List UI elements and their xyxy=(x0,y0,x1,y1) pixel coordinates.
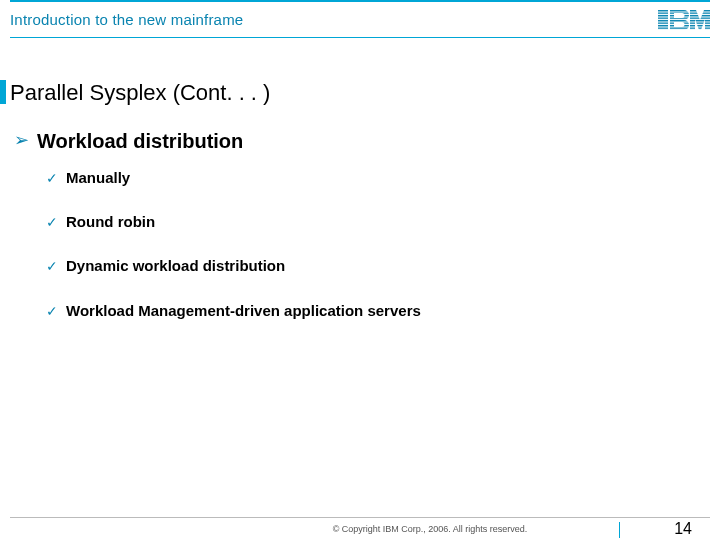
header-band: Introduction to the new mainframe xyxy=(10,0,710,38)
check-icon: ✓ xyxy=(46,169,58,187)
footer-separator xyxy=(619,522,620,538)
slide: Introduction to the new mainframe Parall… xyxy=(0,0,720,540)
ibm-logo-icon xyxy=(658,10,710,30)
heading-accent-bar xyxy=(0,80,6,104)
check-icon: ✓ xyxy=(46,257,58,275)
bullet-level2-text: Round robin xyxy=(66,213,155,230)
check-icon: ✓ xyxy=(46,213,58,231)
footer-rule xyxy=(10,517,710,518)
bullet-level2-text: Workload Management-driven application s… xyxy=(66,302,421,319)
slide-heading: Parallel Sysplex (Cont. . . ) xyxy=(10,80,270,106)
ibm-logo xyxy=(658,10,710,30)
arrow-icon: ➢ xyxy=(14,130,29,152)
copyright-text: © Copyright IBM Corp., 2006. All rights … xyxy=(0,524,720,534)
bullet-level2: ✓ Dynamic workload distribution xyxy=(46,257,700,275)
bullet-level2-text: Dynamic workload distribution xyxy=(66,257,285,274)
svg-rect-1 xyxy=(658,10,668,30)
presentation-title: Introduction to the new mainframe xyxy=(10,11,243,28)
bullet-level2: ✓ Manually xyxy=(46,169,700,187)
bullet-level1-text: Workload distribution xyxy=(37,130,243,153)
bullet-level2: ✓ Workload Management-driven application… xyxy=(46,302,700,320)
bullet-level2-text: Manually xyxy=(66,169,130,186)
slide-body: ➢ Workload distribution ✓ Manually ✓ Rou… xyxy=(14,130,700,346)
check-icon: ✓ xyxy=(46,302,58,320)
bullet-level1: ➢ Workload distribution xyxy=(14,130,700,153)
bullet-level2: ✓ Round robin xyxy=(46,213,700,231)
page-number: 14 xyxy=(674,520,692,538)
